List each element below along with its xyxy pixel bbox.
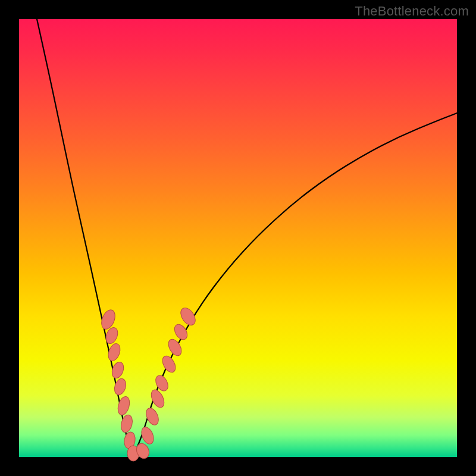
data-marker: [172, 322, 190, 342]
data-marker: [120, 414, 134, 433]
data-marker: [160, 354, 178, 375]
data-marker: [178, 305, 198, 328]
plot-area: [19, 19, 457, 457]
data-marker: [106, 342, 122, 362]
data-marker: [166, 337, 184, 358]
curve-right-branch: [133, 113, 457, 456]
marker-group: [99, 305, 198, 461]
watermark-text: TheBottleneck.com: [355, 4, 469, 19]
data-marker: [139, 425, 156, 446]
chart-frame: TheBottleneck.com: [0, 0, 476, 476]
bottleneck-curve-svg: [19, 19, 457, 457]
data-marker: [110, 361, 126, 380]
